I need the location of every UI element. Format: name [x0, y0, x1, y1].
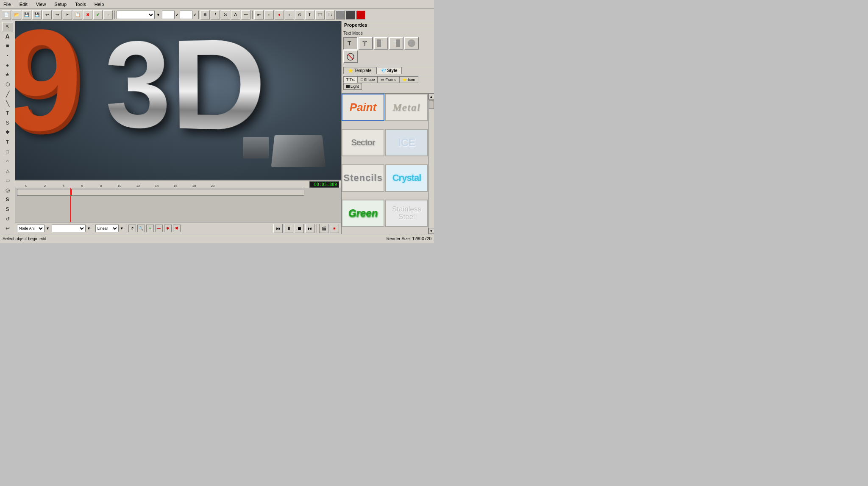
new-button[interactable]: 📄 [2, 10, 11, 19]
key-btn-x[interactable]: ✖ [173, 225, 181, 232]
node-anim-dropdown[interactable]: Node Ani [17, 225, 45, 232]
ring-tool[interactable]: ◎ [2, 186, 13, 195]
rotate-tool[interactable]: ↺ [2, 214, 13, 224]
style-tab[interactable]: 💎 Style [376, 67, 402, 74]
mode-solid-btn[interactable]: T [343, 37, 358, 50]
style-ice[interactable]: ICE [385, 129, 428, 156]
layer1-button[interactable] [336, 10, 345, 19]
render-stop-btn[interactable]: ■ [330, 224, 339, 233]
canvas-viewport[interactable]: 9 3D [15, 21, 341, 180]
italic-button[interactable]: I [211, 10, 220, 19]
text-tool[interactable]: A [2, 32, 13, 41]
style-scrollbar[interactable]: ▲ ▼ [428, 94, 434, 234]
render-preview-btn[interactable]: 🎬 [319, 224, 328, 233]
mode-quarter-btn[interactable]: T [404, 37, 419, 50]
template-tab[interactable]: ⭐ Template [343, 67, 376, 74]
render-size-input[interactable]: 100 [180, 11, 192, 19]
box-tool[interactable]: □ [2, 147, 13, 156]
style-sector[interactable]: Sector [342, 129, 384, 156]
mode-outline-btn[interactable]: T [359, 37, 373, 50]
node-tool[interactable]: ✱ [2, 128, 13, 137]
select-tool[interactable]: ↖ [2, 22, 13, 31]
arrow-button[interactable]: → [103, 10, 113, 19]
style-metal[interactable]: Metal [385, 94, 428, 121]
font-dropdown[interactable] [117, 11, 155, 19]
font-size-input[interactable]: 29 [162, 11, 175, 19]
go-start-btn[interactable]: ⏮ [273, 224, 283, 233]
icon-subtab[interactable]: ⭐ Icon [399, 76, 418, 83]
copy-button[interactable]: 📋 [73, 10, 82, 19]
menu-file[interactable]: File [2, 1, 13, 7]
menu-tools[interactable]: Tools [73, 1, 88, 7]
rect2-tool[interactable]: ▪ [2, 51, 13, 60]
key-btn-minus[interactable]: — [155, 225, 163, 232]
line-tool[interactable]: ╱ [2, 89, 13, 99]
frame-subtab[interactable]: ▭ Frame [378, 76, 399, 83]
bezier-tool[interactable]: ╲ [2, 99, 13, 108]
text-mode-tb-button[interactable]: T [305, 10, 314, 19]
go-end-btn[interactable]: ⏭ [305, 224, 314, 233]
back-tool[interactable]: ↩ [2, 224, 13, 233]
align-left-button[interactable]: ⇤ [254, 10, 264, 19]
style-stainless-steel[interactable]: StainlessSteel [385, 200, 428, 227]
timeline-track-1[interactable] [17, 189, 304, 196]
add-key-btn[interactable]: 🔍 [137, 225, 145, 232]
layer2-button[interactable] [346, 10, 355, 19]
bold-button[interactable]: B [200, 10, 210, 19]
shape-subtab[interactable]: □ Shape [358, 76, 378, 83]
strikethrough-button[interactable]: S [221, 10, 230, 19]
open-button[interactable]: 📂 [12, 10, 21, 19]
align-center-button[interactable]: ↔ [264, 10, 274, 19]
menu-help[interactable]: Help [93, 1, 106, 7]
circle-tool[interactable]: ● [2, 61, 13, 70]
text-style-button[interactable]: A [231, 10, 240, 19]
light-subtab[interactable]: Light [343, 83, 362, 90]
save-button[interactable]: 💾 [22, 10, 31, 19]
text-mode-3-button[interactable]: T↓ [326, 10, 335, 19]
style-paint[interactable]: Paint [342, 94, 384, 121]
timeline-tracks[interactable] [15, 188, 341, 222]
rect3-tool[interactable]: ▭ [2, 176, 13, 185]
style-text-tool[interactable]: S [2, 118, 13, 128]
layer-dropdown[interactable] [52, 225, 86, 232]
text2-tool[interactable]: T [2, 108, 13, 118]
style-green[interactable]: Green [342, 200, 384, 227]
s-tool[interactable]: S [2, 195, 13, 204]
s2-tool[interactable]: S [2, 205, 13, 214]
menu-setup[interactable]: Setup [53, 1, 68, 7]
text3-tool[interactable]: T [2, 137, 13, 147]
render-button[interactable]: ⊙ [295, 10, 304, 19]
txt-subtab[interactable]: T Txt [343, 76, 358, 83]
stop-button[interactable]: ✖ [83, 10, 92, 19]
rect-tool[interactable]: ■ [2, 41, 13, 50]
wavy-button[interactable]: 〜 [241, 10, 250, 19]
star-tool[interactable]: ★ [2, 70, 13, 79]
text-mode-2-button[interactable]: TT [315, 10, 325, 19]
style-stencil[interactable]: Stencils [342, 164, 384, 192]
key-type-btn[interactable]: ↺ [128, 225, 136, 232]
mode-empty-btn[interactable] [343, 50, 358, 63]
save-as-button[interactable]: 💾 [32, 10, 42, 19]
undo-button[interactable]: ↩ [42, 10, 52, 19]
polygon-tool[interactable]: ⬡ [2, 80, 13, 89]
check-button[interactable]: ✔ [93, 10, 103, 19]
scroll-thumb[interactable] [429, 100, 434, 109]
menu-edit[interactable]: Edit [18, 1, 29, 7]
menu-view[interactable]: View [34, 1, 48, 7]
scroll-down-arrow[interactable]: ▼ [428, 228, 434, 234]
stop-btn[interactable]: ⏹ [295, 224, 304, 233]
color2-button[interactable]: ♦ [285, 10, 294, 19]
tri-tool[interactable]: △ [2, 166, 13, 175]
color1-button[interactable]: ♦ [275, 10, 284, 19]
oval-tool[interactable]: ○ [2, 157, 13, 166]
layer3-button[interactable] [356, 10, 365, 19]
play-pause-btn[interactable]: ⏸ [284, 224, 293, 233]
key-btn-plus[interactable]: + [146, 225, 154, 232]
mode-half-left-btn[interactable]: T [374, 37, 388, 50]
scroll-up-arrow[interactable]: ▲ [428, 94, 434, 100]
key-btn-star[interactable]: ✱ [164, 225, 172, 232]
style-crystal[interactable]: Crystal [385, 164, 428, 192]
redo-button[interactable]: ↪ [53, 10, 62, 19]
interp-dropdown[interactable]: Linear [95, 225, 119, 232]
mode-half-right-btn[interactable]: T [389, 37, 403, 50]
